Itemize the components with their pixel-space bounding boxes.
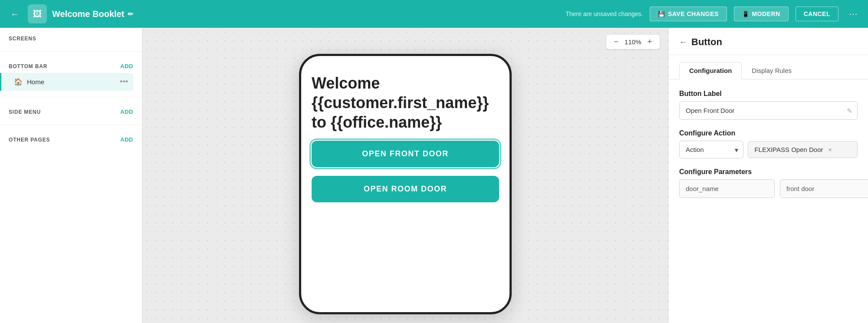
action-select[interactable]: Action — [679, 141, 743, 158]
welcome-text: Welcome {{customer.first_name}} to {{off… — [312, 73, 499, 132]
topbar: ← 🖼 Welcome Booklet ✏ There are unsaved … — [0, 0, 868, 28]
bottom-bar-add-button[interactable]: ADD — [120, 63, 133, 69]
sidebar: SCREENS BOTTOM BAR ADD 🏠 Home ••• SIDE M… — [0, 28, 142, 323]
panel-header: ← Button — [669, 28, 868, 55]
more-options-button[interactable]: ⋯ — [845, 7, 861, 21]
bottom-bar-header: BOTTOM BAR ADD — [9, 63, 133, 69]
topbar-right: There are unsaved changes. 💾 SAVE CHANGE… — [566, 7, 861, 21]
param-value-input[interactable] — [780, 179, 868, 198]
divider-2 — [0, 97, 142, 97]
open-front-door-button[interactable]: OPEN FRONT DOOR — [312, 141, 499, 167]
main-layout: SCREENS BOTTOM BAR ADD 🏠 Home ••• SIDE M… — [0, 28, 868, 323]
action-tag: FLEXIPASS Open Door × — [748, 141, 858, 158]
home-item-dots[interactable]: ••• — [120, 77, 128, 86]
save-icon: 💾 — [658, 11, 665, 17]
zoom-level: 110% — [625, 38, 641, 46]
phone-mockup-wrapper: Welcome {{customer.first_name}} to {{off… — [299, 54, 512, 314]
button-label-input[interactable] — [679, 101, 858, 120]
cancel-button[interactable]: CANCEL — [796, 7, 838, 21]
param-key-input[interactable] — [679, 179, 775, 198]
action-select-wrapper: Action ▾ — [679, 141, 743, 158]
edit-icon: ✎ — [847, 106, 852, 115]
action-tag-value: FLEXIPASS Open Door — [754, 146, 823, 153]
zoom-out-button[interactable]: − — [612, 37, 621, 46]
configure-params-heading: Configure Parameters — [679, 168, 858, 176]
app-title: Welcome Booklet ✏ — [52, 9, 133, 19]
other-pages-section: OTHER PAGES ADD — [0, 129, 142, 149]
screens-label: SCREENS — [9, 36, 36, 42]
bottom-bar-section: BOTTOM BAR ADD 🏠 Home ••• — [0, 55, 142, 93]
panel-back-button[interactable]: ← — [679, 38, 687, 47]
phone-mockup: Welcome {{customer.first_name}} to {{off… — [299, 54, 512, 314]
home-label: Home — [27, 78, 115, 86]
button-label-input-wrapper: ✎ — [679, 101, 858, 120]
side-menu-header: SIDE MENU ADD — [9, 109, 133, 115]
app-icon: 🖼 — [28, 4, 47, 23]
save-label: SAVE CHANGES — [668, 10, 719, 17]
panel-body: Button Label ✎ Configure Action Action ▾ — [669, 79, 868, 208]
view-mode-button[interactable]: 📱 MODERN — [734, 7, 789, 21]
button-label-field: Button Label ✎ — [679, 90, 858, 120]
other-pages-add-button[interactable]: ADD — [120, 136, 133, 143]
params-row — [679, 179, 858, 198]
configure-action-field: Configure Action Action ▾ FLEXIPASS Open… — [679, 129, 858, 158]
open-room-door-button[interactable]: OPEN ROOM DOOR — [312, 176, 499, 202]
side-menu-section: SIDE MENU ADD — [0, 101, 142, 121]
tab-display-rules[interactable]: Display Rules — [742, 62, 802, 79]
back-icon: ← — [10, 9, 19, 19]
home-icon: 🏠 — [14, 78, 23, 86]
button-label-heading: Button Label — [679, 90, 858, 98]
zoom-in-button[interactable]: + — [645, 37, 654, 46]
action-row: Action ▾ FLEXIPASS Open Door × — [679, 141, 858, 158]
side-menu-add-button[interactable]: ADD — [120, 109, 133, 115]
edit-title-icon[interactable]: ✏ — [128, 10, 133, 18]
divider-1 — [0, 51, 142, 52]
configure-action-heading: Configure Action — [679, 129, 858, 137]
view-icon: 📱 — [742, 11, 750, 17]
canvas-area: − 110% + Welcome {{customer.first_name}}… — [142, 28, 668, 323]
screens-header: SCREENS — [9, 36, 133, 42]
side-menu-label: SIDE MENU — [9, 109, 41, 115]
divider-3 — [0, 125, 142, 125]
back-button[interactable]: ← — [7, 6, 23, 22]
screens-section: SCREENS — [0, 28, 142, 48]
configure-params-field: Configure Parameters — [679, 168, 858, 198]
other-pages-label: OTHER PAGES — [9, 137, 50, 143]
view-label: MODERN — [752, 10, 780, 17]
right-panel: ← Button Configuration Display Rules But… — [668, 28, 868, 323]
panel-title: Button — [691, 36, 722, 48]
unsaved-message: There are unsaved changes. — [566, 10, 643, 17]
action-tag-close-icon[interactable]: × — [829, 146, 832, 153]
bottom-bar-label: BOTTOM BAR — [9, 63, 47, 69]
sidebar-item-home[interactable]: 🏠 Home ••• — [0, 73, 133, 91]
panel-tabs: Configuration Display Rules — [669, 55, 868, 79]
other-pages-header: OTHER PAGES ADD — [9, 136, 133, 143]
zoom-toolbar: − 110% + — [606, 35, 660, 49]
save-changes-button[interactable]: 💾 SAVE CHANGES — [650, 7, 727, 21]
tab-configuration[interactable]: Configuration — [679, 62, 742, 79]
action-select-value: Action — [686, 146, 704, 153]
